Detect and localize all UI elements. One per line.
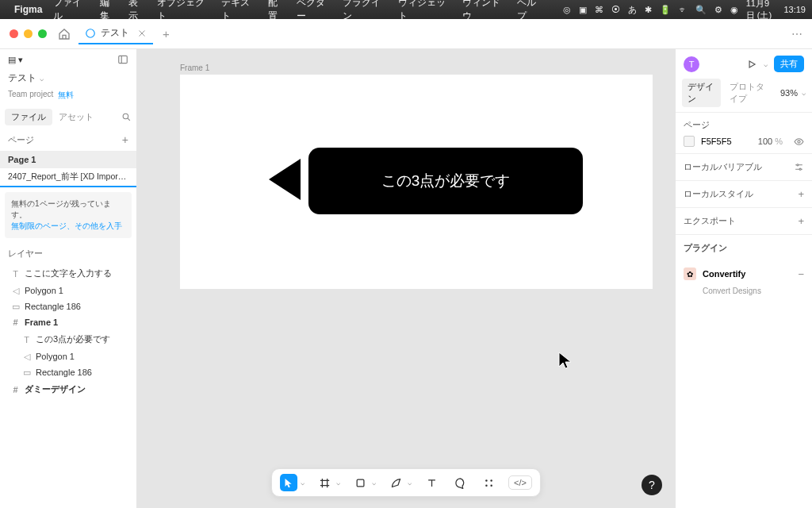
chevron-down-icon[interactable]: ⌵	[372, 479, 376, 487]
status-bluetooth-icon[interactable]: ✱	[645, 5, 652, 15]
minus-icon[interactable]: −	[798, 268, 804, 280]
pen-tool[interactable]	[387, 474, 404, 491]
tools-bar: ⌵ ⌵ ⌵ ⌵ </>	[271, 468, 541, 497]
user-avatar[interactable]: T	[684, 56, 699, 72]
frame-tool[interactable]	[316, 474, 333, 491]
layer-frame-1[interactable]: #Frame 1	[0, 314, 136, 330]
text-tool[interactable]	[423, 474, 440, 491]
menu-app[interactable]: Figma	[14, 4, 42, 15]
status-control-center-icon[interactable]: ⚙︎	[714, 5, 722, 15]
window-menu-icon[interactable]: ⋯	[791, 28, 804, 40]
rect-layer-icon: ▭	[22, 368, 31, 377]
color-hex[interactable]: F5F5F5	[701, 137, 732, 146]
help-button[interactable]: ?	[642, 475, 662, 495]
move-tool[interactable]	[280, 474, 297, 491]
chevron-down-icon[interactable]: ⌵	[336, 479, 340, 487]
page-section-title: ページ	[684, 119, 804, 131]
local-variables-row[interactable]: ローカルバリアブル	[676, 153, 812, 180]
layer-text-1[interactable]: Tここに文字を入力する	[0, 264, 136, 283]
prototype-tab[interactable]: プロトタイプ	[724, 79, 777, 107]
color-swatch[interactable]	[684, 136, 695, 147]
chevron-down-icon[interactable]: ⌵	[301, 479, 304, 487]
status-wifi-icon[interactable]: ᯤ	[679, 5, 688, 14]
text-layer-icon: T	[11, 269, 20, 278]
present-icon[interactable]	[746, 59, 757, 70]
layers-header: レイヤー	[0, 243, 136, 264]
home-icon[interactable]	[58, 28, 71, 40]
local-styles-row[interactable]: ローカルスタイル +	[676, 180, 812, 207]
svg-point-9	[797, 164, 799, 166]
close-tab-icon[interactable]	[137, 29, 147, 38]
status-ime-icon[interactable]: あ	[628, 4, 637, 16]
visibility-icon[interactable]	[794, 137, 804, 147]
panel-layout-icon[interactable]	[117, 54, 128, 65]
layer-polygon-1[interactable]: ◁Polygon 1	[0, 283, 136, 298]
status-time[interactable]: 13:19	[783, 5, 806, 14]
status-siri-icon[interactable]: ◉	[730, 5, 738, 15]
svg-point-0	[86, 29, 95, 37]
assets-tab[interactable]: アセット	[52, 109, 100, 125]
shape-tool[interactable]	[351, 474, 369, 491]
background-color-row[interactable]: F5F5F5 100 %	[684, 136, 804, 147]
polygon-layer-icon: ◁	[11, 287, 20, 295]
export-row[interactable]: エクスポート +	[676, 207, 812, 234]
file-tab-label: テスト	[101, 26, 129, 40]
status-date[interactable]: 11月9日 (土)	[746, 0, 776, 21]
page-item-1[interactable]: Page 1	[0, 151, 136, 168]
canvas[interactable]: Frame 1 この3点が必要です ⌵ ⌵ ⌵ ⌵ </> ?	[137, 49, 675, 508]
zoom-window-button[interactable]	[38, 29, 47, 38]
minimize-window-button[interactable]	[24, 29, 33, 38]
search-icon[interactable]	[121, 112, 132, 122]
design-tab[interactable]: デザイン	[682, 79, 721, 107]
plugin-subtitle: Convert Designs	[676, 287, 812, 302]
files-tab[interactable]: ファイル	[5, 109, 52, 125]
status-app-icon[interactable]: ▣	[579, 5, 587, 15]
rect-layer-icon: ▭	[11, 302, 20, 311]
sliders-icon[interactable]	[794, 162, 804, 172]
page-item-2[interactable]: 2407_Report_前半 [XD Import] (30-Ju...	[0, 168, 136, 187]
upsell-link[interactable]: 無制限のページ、その他を入手	[11, 221, 122, 230]
right-panel: T ⌵ 共有 デザイン プロトタイプ 93%⌵ ページ F5F5F5 100 %	[675, 49, 812, 508]
close-window-button[interactable]	[10, 29, 18, 38]
plan-badge[interactable]: 無料	[58, 90, 74, 101]
pages-header: ページ	[8, 134, 34, 146]
polygon-shape[interactable]	[269, 159, 301, 200]
chevron-down-icon[interactable]: ⌵	[408, 479, 412, 487]
status-search-icon[interactable]: 🔍	[695, 5, 707, 15]
actions-tool[interactable]	[480, 474, 497, 491]
frame-label[interactable]: Frame 1	[180, 64, 209, 72]
project-title[interactable]: テスト⌵	[8, 71, 44, 85]
status-rec-icon[interactable]: ⦿	[611, 5, 620, 14]
file-tab[interactable]: テスト	[79, 23, 153, 44]
plugins-header: プラグイン	[676, 234, 812, 261]
svg-point-4	[485, 479, 488, 482]
traffic-lights	[10, 29, 47, 38]
figma-logo-icon[interactable]: ▤ ▾	[8, 55, 23, 65]
plugin-icon: ✿	[684, 267, 696, 280]
svg-rect-3	[357, 479, 364, 487]
share-button[interactable]: 共有	[774, 56, 804, 72]
new-tab-button[interactable]: +	[163, 27, 170, 40]
layer-rect-2[interactable]: ▭Rectangle 186	[0, 364, 136, 380]
plugin-convertify[interactable]: ✿ Convertify −	[676, 261, 812, 287]
add-page-button[interactable]: +	[122, 133, 128, 146]
plus-icon[interactable]: +	[798, 215, 804, 227]
zoom-level[interactable]: 93%⌵	[780, 88, 806, 98]
status-figma-icon[interactable]: ⌘	[595, 5, 603, 15]
chevron-down-icon[interactable]: ⌵	[764, 60, 768, 68]
team-name[interactable]: Team project	[8, 90, 53, 101]
rectangle-shape[interactable]: この3点が必要です	[308, 148, 583, 214]
layer-rect-1[interactable]: ▭Rectangle 186	[0, 298, 136, 314]
comment-tool[interactable]	[451, 474, 469, 491]
plus-icon[interactable]: +	[798, 188, 804, 200]
svg-point-2	[123, 114, 128, 119]
status-line-icon[interactable]: ◎	[563, 5, 571, 15]
layer-text-2[interactable]: Tこの3点が必要です	[0, 330, 136, 348]
svg-point-5	[490, 479, 492, 482]
frame-1[interactable]: この3点が必要です	[180, 75, 653, 289]
dev-mode-toggle[interactable]: </>	[508, 475, 532, 490]
layer-dummy-design[interactable]: #ダミーデザイン	[0, 380, 136, 398]
status-battery-icon[interactable]: 🔋	[660, 5, 671, 15]
frame-layer-icon: #	[11, 385, 20, 394]
layer-polygon-2[interactable]: ◁Polygon 1	[0, 348, 136, 364]
